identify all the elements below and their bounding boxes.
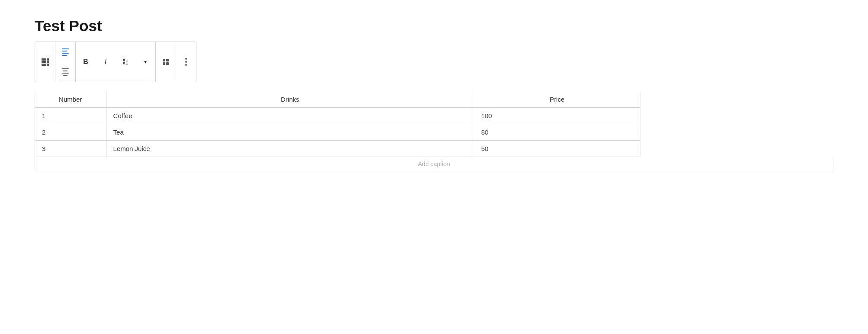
table-icon <box>42 58 49 66</box>
table-row: 1 Coffee 100 <box>35 108 640 124</box>
cell-price-2[interactable]: 80 <box>474 124 640 141</box>
align-center-icon <box>62 68 69 76</box>
table-row: 3 Lemon Juice 50 <box>35 141 640 157</box>
cell-drink-2[interactable]: Tea <box>106 124 474 141</box>
cell-number-1[interactable]: 1 <box>35 108 106 124</box>
bold-button[interactable]: B <box>76 52 96 72</box>
table-header-row: Number Drinks Price <box>35 91 640 108</box>
grid-icon <box>163 59 169 65</box>
italic-button[interactable]: I <box>96 52 116 72</box>
toolbar: None Wide width <box>35 42 196 82</box>
cell-drink-1[interactable]: Coffee <box>106 108 474 124</box>
header-price: Price <box>474 91 640 108</box>
cell-price-1[interactable]: 100 <box>474 108 640 124</box>
cell-number-2[interactable]: 2 <box>35 124 106 141</box>
toolbar-group-table <box>35 42 55 82</box>
table-caption[interactable]: Add caption <box>35 157 833 171</box>
bold-icon: B <box>83 58 88 66</box>
toolbar-group-format: B I ⛓ ▾ <box>76 42 156 82</box>
header-drinks: Drinks <box>106 91 474 108</box>
link-button[interactable]: ⛓ <box>116 52 135 72</box>
toolbar-group-align: None Wide width <box>55 42 76 82</box>
header-number: Number <box>35 91 106 108</box>
align-center-button[interactable] <box>55 62 75 82</box>
table-row: 2 Tea 80 <box>35 124 640 141</box>
align-left-icon <box>62 48 69 56</box>
cell-price-3[interactable]: 50 <box>474 141 640 157</box>
cell-number-3[interactable]: 3 <box>35 141 106 157</box>
align-left-button[interactable] <box>55 42 75 62</box>
toolbar-group-more <box>176 42 196 82</box>
italic-icon: I <box>105 58 106 66</box>
table-container: Number Drinks Price 1 Coffee 100 2 Tea 8… <box>35 91 833 171</box>
editor-content: None Wide width <box>35 42 833 171</box>
toolbar-group-grid <box>156 42 176 82</box>
more-options-button[interactable] <box>176 52 196 72</box>
link-icon: ⛓ <box>122 58 129 66</box>
chevron-down-icon: ▾ <box>144 59 147 65</box>
table-button[interactable] <box>35 52 55 72</box>
cell-drink-3[interactable]: Lemon Juice <box>106 141 474 157</box>
grid-button[interactable] <box>156 52 176 72</box>
chevron-button[interactable]: ▾ <box>135 52 155 72</box>
page-title: Test Post <box>35 17 833 35</box>
dots-icon <box>185 58 187 66</box>
align-dropdown-menu: None Wide width <box>55 82 151 82</box>
content-table: Number Drinks Price 1 Coffee 100 2 Tea 8… <box>35 91 640 157</box>
